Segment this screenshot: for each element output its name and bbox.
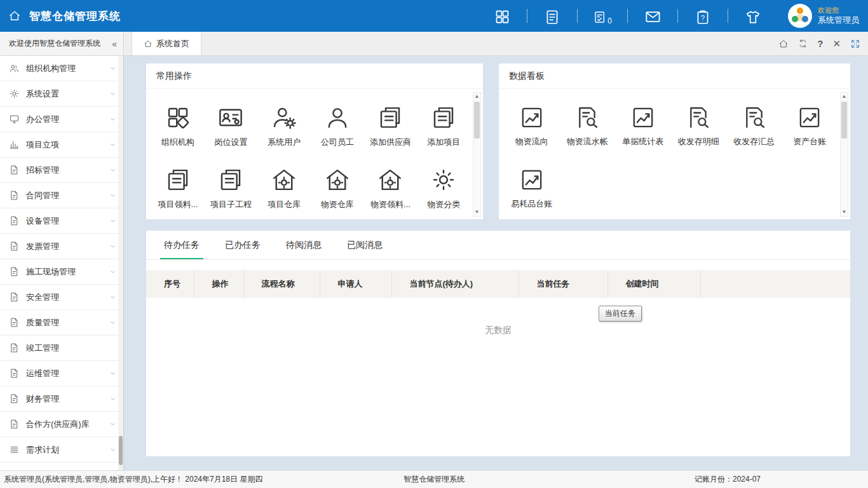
tab-done-tasks[interactable]: 已办任务 [212,231,273,259]
help-clipboard-button[interactable] [693,6,712,25]
panel-scrollbar[interactable]: ▲ ▼ [840,92,848,217]
file-icon [9,419,20,430]
home-icon [144,39,153,48]
tab-pending-tasks[interactable]: 待办任务 [151,231,212,259]
gear-icon [430,166,457,193]
file-icon [9,241,20,252]
sidebar-item-equipment-management[interactable]: 设备管理 [0,208,123,234]
header-home-button[interactable] [0,10,29,22]
quick-action-material-requisition[interactable]: 物资领料... [364,157,417,219]
scroll-down-icon[interactable]: ▼ [842,208,847,216]
scroll-down-icon[interactable]: ▼ [475,208,480,216]
chevron-down-icon [109,90,117,98]
scrollbar-track[interactable] [473,100,480,208]
sidebar-scrollbar-thumb[interactable] [119,436,123,465]
quick-action-add-supplier[interactable]: 添加供应商 [364,95,417,157]
chevron-down-icon [109,115,117,123]
chevron-down-icon [109,166,117,174]
quick-action-label: 添加项目 [427,137,460,148]
dashboard-material-ledger[interactable]: 物资流水帐 [560,95,616,157]
sidebar-item-label: 发票管理 [26,241,102,252]
dashboard-asset-ledger[interactable]: 资产台账 [782,95,838,157]
dashboard-consumables-ledger[interactable]: 易耗品台账 [504,157,560,219]
monitor-icon [9,114,20,125]
sidebar-item-label: 竣工管理 [26,342,117,354]
sidebar-item-operations-management[interactable]: 运维管理 [0,361,123,386]
dashboard-item-label: 资产台账 [793,136,826,147]
documents-icon [165,166,191,193]
sidebar-item-bidding-management[interactable]: 招标管理 [0,158,123,183]
close-tab-button[interactable]: ✕ [832,38,841,50]
col-applicant: 申请人 [320,270,391,298]
sidebar-item-demand-planning[interactable]: 需求计划 [0,437,123,463]
scroll-up-icon[interactable]: ▲ [842,93,847,100]
data-dashboard-grid: 物资流向 物资流水帐 单据统计表 收发存明细 [499,90,840,219]
top-header: 智慧仓储管理系统 0 [0,0,868,32]
tab-unread-messages[interactable]: 待阅消息 [273,231,334,259]
dashboard-material-flow[interactable]: 物资流向 [504,95,560,157]
dashboard-inout-summary[interactable]: 收发存汇总 [726,95,782,157]
document-icon [544,9,560,25]
sidebar-item-supplier-library[interactable]: 合作方(供应商)库 [0,412,123,437]
sidebar-item-finance-management[interactable]: 财务管理 [0,386,123,412]
tab-home-button[interactable] [778,39,789,49]
sidebar-item-quality-management[interactable]: 质量管理 [0,310,123,336]
panel-scrollbar[interactable]: ▲ ▼ [473,92,481,217]
quick-action-system-users[interactable]: 系统用户 [257,95,311,157]
scrollbar-track[interactable] [841,100,848,208]
dashboard-item-label: 物资流向 [515,136,548,147]
quick-action-sub-project[interactable]: 项目子工程 [205,157,258,219]
common-operations-grid: 组织机构 岗位设置 系统用户 公司员工 [146,90,473,219]
data-dashboard-panel: 数据看板 物资流向 物资流水帐 单据统计表 [499,64,850,219]
col-create-time: 创建时间 [607,270,700,298]
quick-action-material-category[interactable]: 物资分类 [417,157,470,219]
scroll-up-icon[interactable]: ▲ [475,93,480,100]
apps-menu-button[interactable] [492,6,512,25]
tab-read-messages[interactable]: 已阅消息 [334,231,395,259]
sidebar-scrollbar[interactable] [118,56,123,470]
sidebar-item-contract-management[interactable]: 合同管理 [0,183,123,208]
todo-button[interactable]: 0 [593,6,612,25]
sidebar-item-completion-management[interactable]: 竣工管理 [0,336,123,361]
sidebar-item-org-management[interactable]: 组织机构管理 [0,56,123,81]
chart-trend-icon [519,105,545,130]
quick-action-material-warehouse[interactable]: 物资仓库 [311,157,364,219]
scrollbar-thumb[interactable] [474,102,480,139]
sidebar-collapse-icon[interactable]: « [112,39,117,49]
quick-action-project-requisition[interactable]: 项目领料... [151,157,205,219]
quick-action-org[interactable]: 组织机构 [151,95,205,157]
file-icon [9,393,20,404]
documents-button[interactable] [543,6,562,25]
sidebar-item-office-management[interactable]: 办公管理 [0,107,123,132]
user-menu[interactable]: 欢迎您 系统管理员 [788,4,859,28]
sidebar-item-label: 组织机构管理 [26,63,102,74]
help-button[interactable]: ? [817,38,823,49]
refresh-button[interactable] [798,39,808,48]
scrollbar-thumb[interactable] [841,102,847,139]
mail-button[interactable] [643,6,662,25]
welcome-label: 欢迎您 [818,6,839,15]
sidebar-item-site-management[interactable]: 施工现场管理 [0,259,123,285]
sidebar-item-invoice-management[interactable]: 发票管理 [0,234,123,259]
fullscreen-button[interactable] [850,39,860,49]
sidebar-item-project-initiation[interactable]: 项目立项 [0,132,123,158]
sidebar-menu: 组织机构管理 系统设置 办公管理 项目立项 招标管理 [0,56,124,470]
tab-system-home[interactable]: 系统首页 [132,32,201,55]
file-icon [9,215,20,226]
col-current-node: 当前节点(待办人) [391,270,519,298]
quick-action-add-project[interactable]: 添加项目 [417,95,470,157]
file-icon [9,317,20,328]
quick-action-project-warehouse[interactable]: 项目仓库 [257,157,311,219]
dashboard-doc-statistics[interactable]: 单据统计表 [615,95,671,157]
chevron-down-icon [109,268,117,276]
sidebar-item-safety-management[interactable]: 安全管理 [0,285,123,310]
quick-action-label: 物资领料... [370,199,410,210]
quick-action-post-settings[interactable]: 岗位设置 [205,95,258,157]
documents-icon [217,166,244,193]
theme-button[interactable] [743,6,763,25]
col-action: 操作 [194,270,243,298]
quick-action-company-staff[interactable]: 公司员工 [311,95,364,157]
quick-action-label: 岗位设置 [214,137,247,148]
sidebar-item-system-settings[interactable]: 系统设置 [0,81,123,107]
dashboard-inout-detail[interactable]: 收发存明细 [671,95,727,157]
